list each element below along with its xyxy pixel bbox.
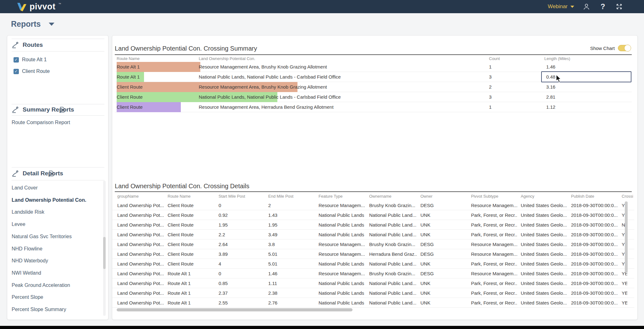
details-cell[interactable]: National Public Land... <box>369 220 417 230</box>
details-cell[interactable]: Land Ownership Pot... <box>117 200 164 210</box>
checkbox-checked-icon[interactable] <box>14 69 19 74</box>
details-cell[interactable]: Land Ownership Pot... <box>117 269 164 278</box>
details-cell[interactable]: United States Geolo... <box>521 278 568 288</box>
category-cell[interactable]: National Public Lands, National Public L… <box>199 92 341 102</box>
details-cell[interactable]: National Public Lands <box>319 259 366 269</box>
details-cell[interactable]: United States Geolo... <box>521 220 568 230</box>
count-cell[interactable]: 3 <box>489 72 491 82</box>
details-cell[interactable]: 5.01 <box>268 259 315 269</box>
details-cell[interactable]: DESG <box>420 239 468 249</box>
details-cell[interactable]: UNK <box>420 288 468 298</box>
details-cell[interactable]: YES <box>622 278 627 288</box>
details-cell[interactable]: 3.8 <box>268 239 315 249</box>
details-cell[interactable]: 0 <box>219 269 265 278</box>
details-cell[interactable]: 2.55 <box>219 298 265 308</box>
route-name-cell[interactable]: Client Route <box>117 82 143 92</box>
details-cell[interactable]: 2.37 <box>219 288 265 298</box>
details-cell[interactable]: Brushy Knob Grazin... <box>369 239 417 249</box>
details-cell[interactable]: Resource Managem... <box>319 269 366 278</box>
details-cell[interactable]: 1.43 <box>268 210 315 220</box>
details-cell[interactable]: United States Geolo... <box>521 249 568 259</box>
details-cell[interactable]: 2018-09-30T00:00:0... <box>571 220 619 230</box>
details-cell[interactable]: UNK <box>420 278 468 288</box>
length-cell[interactable]: 2.81 <box>546 92 555 102</box>
details-cell[interactable]: Resource Managem... <box>319 200 366 210</box>
details-cell[interactable]: 1.95 <box>268 220 315 230</box>
details-vertical-scrollbar-thumb[interactable] <box>625 201 628 272</box>
route-checkbox-item[interactable]: Client Route <box>14 67 50 76</box>
details-cell[interactable]: 2018-09-30T00:00:0... <box>571 288 619 298</box>
sidebar-item-detail-report[interactable]: Levee <box>12 220 25 229</box>
details-cell[interactable]: 4 <box>219 259 265 269</box>
details-cell[interactable]: UNK <box>420 298 468 308</box>
details-cell[interactable]: Route Alt 1 <box>168 298 215 308</box>
details-cell[interactable]: Resource Managem... <box>471 200 518 210</box>
details-cell[interactable]: Client Route <box>168 230 215 239</box>
details-cell[interactable]: Brushy Knob Grazin... <box>369 269 417 278</box>
details-cell[interactable]: YES <box>622 298 627 308</box>
sidebar-item-detail-report[interactable]: Landslide Risk <box>12 207 44 217</box>
details-cell[interactable]: Land Ownership Pot... <box>117 259 164 269</box>
brand-logo[interactable]: pivvot ™ <box>16 2 61 12</box>
route-checkbox-item[interactable]: Route Alt 1 <box>14 55 47 64</box>
details-cell[interactable]: 2018-09-30T00:00:0... <box>571 230 619 239</box>
fullscreen-icon[interactable] <box>615 3 623 11</box>
details-cell[interactable]: United States Geolo... <box>521 298 568 308</box>
details-cell[interactable]: Resource Managem... <box>319 249 366 259</box>
route-name-cell[interactable]: Route Alt 1 <box>117 62 140 72</box>
details-cell[interactable]: National Public Land... <box>369 259 417 269</box>
sidebar-item-detail-report[interactable]: Percent Slope <box>12 293 43 302</box>
details-cell[interactable]: National Public Land... <box>369 278 417 288</box>
sidebar-item-detail-report[interactable]: NHD Waterbody <box>12 256 48 266</box>
count-cell[interactable]: 1 <box>489 102 491 112</box>
details-cell[interactable]: Land Ownership Pot... <box>117 230 164 239</box>
details-cell[interactable]: 2018-09-30T00:00:0... <box>571 249 619 259</box>
details-cell[interactable]: Resource Managem... <box>471 239 518 249</box>
details-cell[interactable]: National Public Land... <box>369 210 417 220</box>
route-name-cell[interactable]: Client Route <box>117 102 143 112</box>
details-cell[interactable]: Resource Managem... <box>471 269 518 278</box>
details-cell[interactable]: 0.85 <box>219 278 265 288</box>
details-cell[interactable]: United States Geolo... <box>521 200 568 210</box>
sidebar-item-summary-report[interactable]: Route Comparison Report <box>12 118 70 127</box>
checkbox-checked-icon[interactable] <box>14 57 19 63</box>
details-cell[interactable]: Land Ownership Pot... <box>117 220 164 230</box>
category-cell[interactable]: Resource Management Area, Herradura Bend… <box>199 102 334 112</box>
sidebar-item-detail-report[interactable]: NHD Flowline <box>12 244 42 254</box>
details-cell[interactable]: 2018-09-30T00:00:0... <box>571 298 619 308</box>
details-cell[interactable]: Park, Forest, or Recr... <box>471 288 518 298</box>
details-cell[interactable]: 1.95 <box>219 220 265 230</box>
sidebar-item-detail-report[interactable]: Land Cover <box>12 183 38 193</box>
details-cell[interactable]: Resource Managem... <box>319 239 366 249</box>
details-cell[interactable]: Route Alt 1 <box>168 278 215 288</box>
details-cell[interactable]: 1.46 <box>268 269 315 278</box>
details-cell[interactable]: Park, Forest, or Recr... <box>471 220 518 230</box>
sidebar-item-detail-report[interactable]: Peak Ground Acceleration <box>12 281 70 290</box>
count-cell[interactable]: 2 <box>489 82 491 92</box>
details-cell[interactable]: Land Ownership Pot... <box>117 210 164 220</box>
details-cell[interactable]: National Public Lands <box>319 230 366 239</box>
details-cell[interactable]: DESG <box>420 249 468 259</box>
details-cell[interactable]: Resource Managem... <box>471 249 518 259</box>
details-cell[interactable]: Land Ownership Pot... <box>117 239 164 249</box>
details-cell[interactable]: DESG <box>420 269 468 278</box>
details-cell[interactable]: 2018-09-30T00:00:0... <box>571 269 619 278</box>
details-cell[interactable]: YES <box>622 288 627 298</box>
details-cell[interactable]: 2018-09-30T00:00:0... <box>571 259 619 269</box>
details-cell[interactable]: 2.76 <box>268 298 315 308</box>
sidebar-item-detail-report[interactable]: NWI Wetland <box>12 268 41 278</box>
category-cell[interactable]: National Public Lands, National Public L… <box>199 72 341 82</box>
details-cell[interactable]: National Public Lands <box>319 278 366 288</box>
details-cell[interactable]: National Public Lands <box>319 210 366 220</box>
details-cell[interactable]: Land Ownership Pot... <box>117 298 164 308</box>
sidebar-scrollbar-thumb[interactable] <box>103 237 106 269</box>
details-cell[interactable]: 2.2 <box>219 230 265 239</box>
details-cell[interactable]: Park, Forest, or Recr... <box>471 210 518 220</box>
details-cell[interactable]: United States Geolo... <box>521 230 568 239</box>
details-cell[interactable]: United States Geolo... <box>521 269 568 278</box>
details-cell[interactable]: 2 <box>268 200 315 210</box>
details-cell[interactable]: 2018-09-30T00:00:0... <box>571 200 619 210</box>
apps-grid-icon[interactable] <box>631 3 640 11</box>
help-icon[interactable]: ? <box>599 3 607 11</box>
length-cell[interactable]: 1.46 <box>546 62 555 72</box>
